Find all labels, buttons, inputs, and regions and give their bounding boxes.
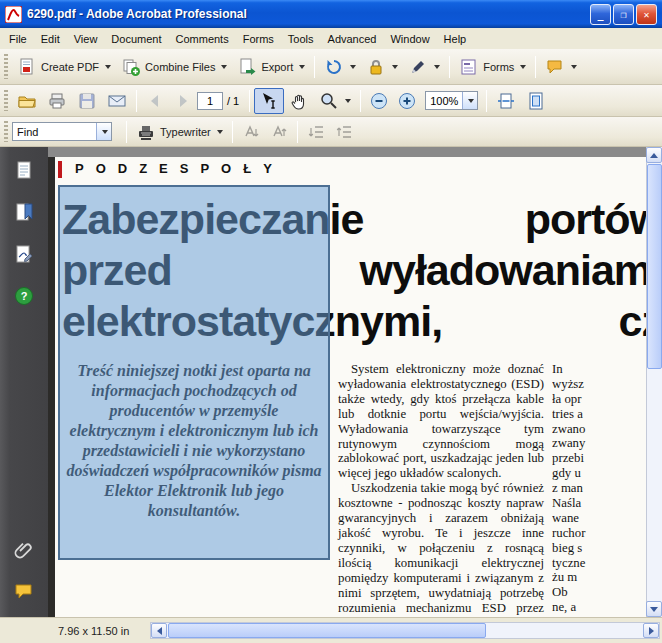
menu-window[interactable]: Window bbox=[383, 30, 436, 48]
headline-line-2: przed wyładowaniami bbox=[62, 245, 646, 296]
horizontal-scroll-thumb[interactable] bbox=[168, 623, 486, 638]
select-tool-button[interactable] bbox=[254, 88, 284, 114]
document-view[interactable]: PODZESPOŁY Zabezpieczanie portów przed w… bbox=[48, 147, 646, 617]
hand-tool-button[interactable] bbox=[284, 88, 314, 114]
up-arrow-icon bbox=[650, 153, 658, 158]
zoom-combo-arrow[interactable] bbox=[462, 92, 477, 109]
scroll-down-button[interactable] bbox=[646, 601, 662, 617]
comments-panel-button[interactable] bbox=[7, 577, 41, 607]
pages-panel-button[interactable] bbox=[7, 155, 41, 185]
toolbar-separator bbox=[232, 121, 233, 143]
find-combo[interactable]: Find bbox=[12, 122, 112, 141]
zoom-out-icon bbox=[370, 92, 388, 110]
save-button[interactable] bbox=[72, 88, 102, 114]
column2-line: wyższ bbox=[552, 377, 646, 392]
menu-comments[interactable]: Comments bbox=[169, 30, 236, 48]
toolbar-separator bbox=[360, 90, 361, 112]
menu-advanced[interactable]: Advanced bbox=[321, 30, 384, 48]
print-button[interactable] bbox=[42, 88, 72, 114]
export-button[interactable]: Export bbox=[232, 54, 310, 80]
find-toolbar: Find Typewriter bbox=[0, 117, 662, 147]
chevron-down-icon bbox=[468, 99, 474, 103]
sign-button[interactable] bbox=[403, 54, 445, 80]
menu-view[interactable]: View bbox=[67, 30, 105, 48]
forms-label: Forms bbox=[483, 61, 514, 73]
magnifier-icon bbox=[319, 91, 339, 111]
decrease-text-size-button[interactable] bbox=[237, 120, 265, 144]
svg-text:?: ? bbox=[21, 290, 28, 302]
menu-help[interactable]: Help bbox=[437, 30, 474, 48]
fit-page-icon bbox=[526, 91, 546, 111]
article-column-2: In wyższ ła opr tries a zwano zwany prze… bbox=[552, 362, 646, 617]
chevron-down-icon bbox=[299, 65, 305, 69]
down-arrow-icon bbox=[650, 607, 658, 612]
previous-view-button[interactable] bbox=[141, 89, 169, 113]
zoom-out-button[interactable] bbox=[365, 89, 393, 113]
vertical-scroll-thumb[interactable] bbox=[647, 164, 662, 369]
review-comment-button[interactable] bbox=[540, 54, 582, 80]
how-to-panel-button[interactable]: ? bbox=[7, 281, 41, 311]
hand-tool-icon bbox=[289, 91, 309, 111]
menu-file[interactable]: File bbox=[2, 30, 34, 48]
increase-line-spacing-button[interactable] bbox=[330, 120, 358, 144]
toolbar-separator bbox=[126, 121, 127, 143]
create-pdf-button[interactable]: Create PDF bbox=[12, 54, 116, 80]
chevron-down-icon bbox=[102, 130, 108, 134]
file-toolbar: / 1 bbox=[0, 85, 662, 117]
scroll-left-button[interactable] bbox=[151, 623, 167, 638]
help-icon: ? bbox=[13, 285, 35, 307]
toolbar-grip[interactable] bbox=[4, 90, 8, 112]
send-for-review-button[interactable] bbox=[319, 54, 361, 80]
maximize-button[interactable]: ❐ bbox=[613, 4, 634, 25]
secure-button[interactable] bbox=[361, 54, 403, 80]
signatures-panel-button[interactable] bbox=[7, 239, 41, 269]
zoom-in-button[interactable] bbox=[393, 89, 421, 113]
page-number-input[interactable] bbox=[197, 92, 223, 110]
find-combo-arrow[interactable] bbox=[96, 123, 111, 140]
acrobat-logo-icon bbox=[5, 6, 22, 23]
chevron-down-icon bbox=[571, 65, 577, 69]
menu-document[interactable]: Document bbox=[104, 30, 168, 48]
find-input[interactable]: Find bbox=[13, 126, 96, 138]
typewriter-button[interactable]: Typewriter bbox=[131, 119, 228, 145]
column2-line: żu m bbox=[552, 570, 646, 585]
attachments-panel-button[interactable] bbox=[7, 535, 41, 565]
menu-tools[interactable]: Tools bbox=[281, 30, 321, 48]
toolbar-grip[interactable] bbox=[4, 54, 8, 79]
increase-text-size-button[interactable] bbox=[265, 120, 293, 144]
email-button[interactable] bbox=[102, 88, 132, 114]
zoom-level-combo[interactable]: 100% bbox=[425, 91, 478, 110]
toolbar-separator bbox=[486, 90, 487, 112]
headline-line-3: elektrostatycznymi, cz bbox=[62, 296, 646, 347]
column2-line: bieg s bbox=[552, 541, 646, 556]
title-bar: 6290.pdf - Adobe Acrobat Professional _ … bbox=[0, 0, 662, 28]
menu-edit[interactable]: Edit bbox=[34, 30, 67, 48]
zoom-in-icon bbox=[398, 92, 416, 110]
scroll-right-button[interactable] bbox=[643, 623, 659, 638]
menu-forms[interactable]: Forms bbox=[236, 30, 281, 48]
article-intro: Treść niniejszej notki jest oparta na in… bbox=[66, 361, 322, 521]
forms-button[interactable]: Forms bbox=[454, 54, 531, 80]
fit-page-button[interactable] bbox=[521, 88, 551, 114]
fit-width-button[interactable] bbox=[491, 88, 521, 114]
close-button[interactable]: ✕ bbox=[636, 4, 657, 25]
toolbar-grip[interactable] bbox=[4, 121, 8, 141]
page-size-label: 7.96 x 11.50 in bbox=[58, 625, 129, 637]
combine-files-button[interactable]: Combine Files bbox=[116, 54, 232, 80]
column2-line: zwano bbox=[552, 422, 646, 437]
headline-line-1: Zabezpieczanie portów bbox=[62, 194, 646, 245]
column1-paragraph-2: Uszkodzenia takie mogą być również koszt… bbox=[338, 481, 544, 617]
next-view-button[interactable] bbox=[169, 89, 197, 113]
vertical-scrollbar[interactable] bbox=[646, 147, 662, 617]
minimize-button[interactable]: _ bbox=[590, 4, 611, 25]
scroll-up-button[interactable] bbox=[646, 147, 662, 163]
pages-icon bbox=[13, 159, 35, 181]
column2-line: Ob bbox=[552, 585, 646, 600]
horizontal-scrollbar[interactable] bbox=[150, 622, 660, 639]
decrease-line-spacing-button[interactable] bbox=[302, 120, 330, 144]
bookmarks-panel-button[interactable] bbox=[7, 197, 41, 227]
main-area: ? PODZESPOŁY Zabezpieczanie p bbox=[0, 147, 662, 617]
zoom-tool-button[interactable] bbox=[314, 88, 356, 114]
open-button[interactable] bbox=[12, 88, 42, 114]
email-icon bbox=[107, 91, 127, 111]
